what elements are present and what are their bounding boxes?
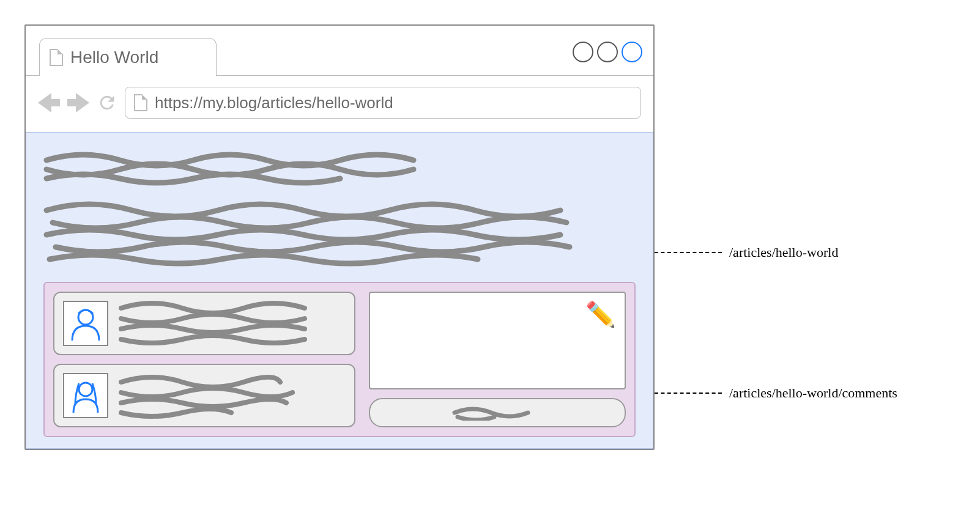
window-controls [573,42,642,62]
svg-point-1 [79,383,92,396]
pencil-icon: ✏️ [585,300,616,329]
comment-body-placeholder [118,371,344,420]
window-control-2[interactable] [597,42,618,62]
article-heading-placeholder [43,151,459,188]
annotation-article-route: /articles/hello-world [655,245,838,260]
browser-window: Hello World http [24,24,655,450]
avatar [63,373,108,418]
comment-item [53,292,355,355]
submit-button[interactable] [369,398,626,427]
annotation-text: /articles/hello-world [729,245,838,260]
toolbar: https://my.blog/articles/hello-world [26,76,653,132]
comment-item [53,364,355,427]
tab-bar: Hello World [26,26,653,76]
annotation-text: /articles/hello-world/comments [729,385,897,401]
comments-list [53,292,355,427]
address-bar[interactable]: https://my.blog/articles/hello-world [125,87,641,119]
submit-label-placeholder [451,405,543,421]
route-comments-region: ✏️ [43,282,636,437]
window-control-1[interactable] [573,42,593,62]
avatar-female-icon [67,377,104,414]
reload-button[interactable] [97,92,117,113]
annotation-comments-route: /articles/hello-world/comments [655,385,897,401]
article-body-placeholder [43,201,612,268]
forward-arrow-icon [76,93,89,112]
tab-title: Hello World [70,48,158,67]
compose-column: ✏️ [369,292,626,427]
forward-button[interactable] [67,93,89,112]
compose-textarea[interactable]: ✏️ [369,292,626,389]
page-icon [50,49,63,66]
back-button[interactable] [38,93,60,112]
back-arrow-icon [38,93,51,112]
reload-icon [97,92,117,113]
browser-tab[interactable]: Hello World [39,38,217,76]
comment-body-placeholder [118,299,344,348]
page-icon [134,94,147,111]
window-control-3[interactable] [622,42,642,62]
avatar-male-icon [67,305,104,342]
avatar [63,301,108,346]
url-text: https://my.blog/articles/hello-world [155,94,393,112]
route-article-region: ✏️ [26,132,653,449]
